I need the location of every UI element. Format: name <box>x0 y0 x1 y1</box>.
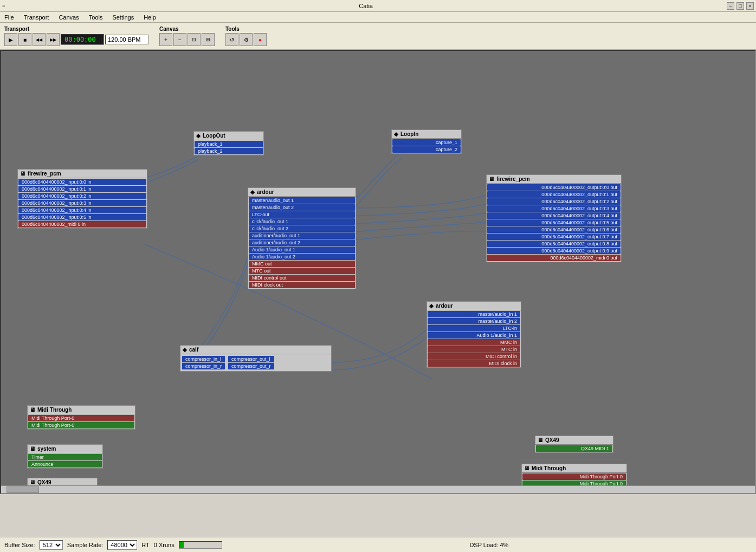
buffer-size-select[interactable]: 512 <box>40 540 63 550</box>
zoom-in-button[interactable]: + <box>159 33 172 46</box>
menu-transport[interactable]: Transport <box>22 14 51 21</box>
menu-tools[interactable]: Tools <box>87 14 105 21</box>
firewire-out-port-1[interactable]: 000d6c0404400002_output:0:1 out <box>487 191 621 198</box>
firewire-in-port-5[interactable]: 000d6c0404400002_input:0:5 in <box>18 214 146 220</box>
bpm-input[interactable] <box>105 35 148 44</box>
firewire-out-port-7[interactable]: 000d6c0404400002_output:0:7 out <box>487 233 621 240</box>
ardour-in-port-7[interactable]: MIDI clock in <box>428 360 520 367</box>
record-button[interactable]: ● <box>254 33 267 46</box>
firewire-out-port-0[interactable]: 000d6c0404400002_output:0:0 out <box>487 184 621 191</box>
calf-in-port-0[interactable]: compressor_in_l <box>182 356 225 362</box>
menu-help[interactable]: Help <box>141 14 158 21</box>
dsp-load-label: DSP Load: 4% <box>227 542 752 548</box>
midi-through-in-node: 🖥 Midi Through Midi Through Port-0 Midi … <box>27 405 135 430</box>
ardour-out-port-6[interactable]: auditioner/audio_out 2 <box>249 239 355 246</box>
refresh-button[interactable]: ↺ <box>225 33 238 46</box>
maximize-button[interactable]: □ <box>736 2 744 10</box>
menu-canvas[interactable]: Canvas <box>56 14 81 21</box>
firewire-out-port-9[interactable]: 000d6c0404400002_output:0:9 out <box>487 248 621 254</box>
midi-through-in-port-0[interactable]: Midi Through Port-0 <box>28 415 134 421</box>
loopout-port-0[interactable]: playback_1 <box>195 141 263 147</box>
firewire-out-port-3[interactable]: 000d6c0404400002_output:0:3 out <box>487 205 621 212</box>
settings-button[interactable]: ⚙ <box>240 33 253 46</box>
firewire-in-port-3[interactable]: 000d6c0404400002_input:0:3 in <box>18 200 146 206</box>
ardour-out-icon: ◆ <box>250 189 255 195</box>
ardour-out-port-8[interactable]: Audio 1/audio_out 2 <box>249 254 355 260</box>
system-port-0[interactable]: Timer <box>28 454 102 460</box>
ardour-in-port-4[interactable]: MMC in <box>428 339 520 346</box>
tools-label: Tools <box>225 26 267 32</box>
titlebar: ≡ Catia − □ × <box>0 0 756 12</box>
ardour-out-port-1[interactable]: master/audio_out 2 <box>249 204 355 211</box>
firewire-out-port-5[interactable]: 000d6c0404400002_output:0:5 out <box>487 219 621 226</box>
loopin-node: ◆ LoopIn capture_1 capture_2 <box>391 129 462 154</box>
loopout-title: LoopOut <box>203 133 225 139</box>
zoom-out-button[interactable]: − <box>173 33 186 46</box>
firewire-in-port-2[interactable]: 000d6c0404400002_input:0:2 in <box>18 193 146 199</box>
firewire-in-header: 🖥 firewire_pcm <box>18 170 147 178</box>
sample-rate-label: Sample Rate: <box>67 542 104 548</box>
ardour-out-title: ardour <box>257 189 274 195</box>
minimize-button[interactable]: − <box>727 2 734 10</box>
stop-button[interactable]: ■ <box>18 33 31 46</box>
loopin-port-1[interactable]: capture_2 <box>392 146 461 153</box>
midi-through-out-node: 🖥 Midi Through Midi Through Port-0 Midi … <box>521 464 627 488</box>
dsp-progress-inner <box>179 542 184 548</box>
calf-out-port-1[interactable]: compressor_out_r <box>228 363 274 369</box>
system-port-1[interactable]: Announce <box>28 461 102 467</box>
ardour-out-port-0[interactable]: master/audio_out 1 <box>249 197 355 204</box>
ardour-out-port-3[interactable]: click/audio_out 1 <box>249 218 355 225</box>
qx49-out-port-0[interactable]: QX49 MIDI 1 <box>536 445 612 452</box>
ardour-out-port-2[interactable]: LTC-out <box>249 211 355 218</box>
zoom-fit-button[interactable]: ⊡ <box>188 33 201 46</box>
ardour-in-port-0[interactable]: master/audio_in 1 <box>428 311 520 317</box>
ardour-in-port-1[interactable]: master/audio_in 2 <box>428 318 520 324</box>
forward-button[interactable]: ▶▶ <box>47 33 60 46</box>
ardour-out-port-11[interactable]: MIDI control out <box>249 275 355 281</box>
play-button[interactable]: ▶ <box>4 33 17 46</box>
calf-icon: ◆ <box>183 347 187 353</box>
firewire-in-port-1[interactable]: 000d6c0404400002_input:0:1 in <box>18 186 146 192</box>
close-button[interactable]: × <box>746 2 754 10</box>
firewire-out-port-8[interactable]: 000d6c0404400002_output:0:8 out <box>487 241 621 247</box>
sample-rate-select[interactable]: 48000 <box>107 540 137 550</box>
rewind-button[interactable]: ◀◀ <box>33 33 46 46</box>
canvas-area[interactable]: ◆ LoopOut playback_1 playback_2 ◆ LoopIn… <box>0 50 756 494</box>
tools-section: Tools ↺ ⚙ ● <box>225 26 267 46</box>
ardour-in-port-2[interactable]: LTC-in <box>428 325 520 332</box>
firewire-in-title: firewire_pcm <box>28 171 61 177</box>
ardour-in-port-3[interactable]: Audio 1/audio_in 1 <box>428 332 520 339</box>
calf-in-port-1[interactable]: compressor_in_r <box>182 363 225 369</box>
loopin-port-0[interactable]: capture_1 <box>392 139 461 146</box>
loopout-port-1[interactable]: playback_2 <box>195 148 263 154</box>
firewire-out-icon: 🖥 <box>489 176 494 182</box>
menu-file[interactable]: File <box>2 14 16 21</box>
firewire-out-port-2[interactable]: 000d6c0404400002_output:0:2 out <box>487 198 621 205</box>
loopin-title: LoopIn <box>400 131 418 137</box>
firewire-in-port-4[interactable]: 000d6c0404400002_input:0:4 in <box>18 207 146 213</box>
menu-settings[interactable]: Settings <box>110 14 136 21</box>
loopin-icon: ◆ <box>394 131 398 137</box>
firewire-in-port-6[interactable]: 000d6c0404400002_midi 0 in <box>18 221 146 228</box>
ardour-out-port-12[interactable]: MIDI clock out <box>249 282 355 288</box>
firewire-out-port-10[interactable]: 000d6c0404400002_midi 0 out <box>487 255 621 261</box>
firewire-out-port-4[interactable]: 000d6c0404400002_output:0:4 out <box>487 212 621 219</box>
midi-through-in-port-1[interactable]: Midi Through Port-0 <box>28 422 134 428</box>
scroll-thumb[interactable] <box>7 486 39 493</box>
menubar: File Transport Canvas Tools Settings Hel… <box>0 12 756 23</box>
ardour-out-port-5[interactable]: auditioner/audio_out 1 <box>249 232 355 239</box>
ardour-in-port-5[interactable]: MTC in <box>428 346 520 353</box>
firewire-in-port-0[interactable]: 000d6c0404400002_input:0:0 in <box>18 179 146 185</box>
calf-out-port-0[interactable]: compressor_out_l <box>228 356 274 362</box>
ardour-out-port-7[interactable]: Audio 1/audio_out 1 <box>249 246 355 253</box>
canvas-scrollbar[interactable] <box>1 485 755 493</box>
calf-title: calf <box>189 347 198 353</box>
ardour-out-port-9[interactable]: MMC out <box>249 261 355 267</box>
ardour-out-port-10[interactable]: MTC out <box>249 268 355 274</box>
ardour-in-port-6[interactable]: MIDI control in <box>428 353 520 360</box>
zoom-full-button[interactable]: ⊞ <box>202 33 215 46</box>
ardour-out-port-4[interactable]: click/audio_out 2 <box>249 225 355 232</box>
firewire-out-port-6[interactable]: 000d6c0404400002_output:0:6 out <box>487 226 621 233</box>
ardour-in-header: ◆ ardour <box>427 302 521 310</box>
midi-through-out-port-0[interactable]: Midi Through Port-0 <box>522 473 626 480</box>
